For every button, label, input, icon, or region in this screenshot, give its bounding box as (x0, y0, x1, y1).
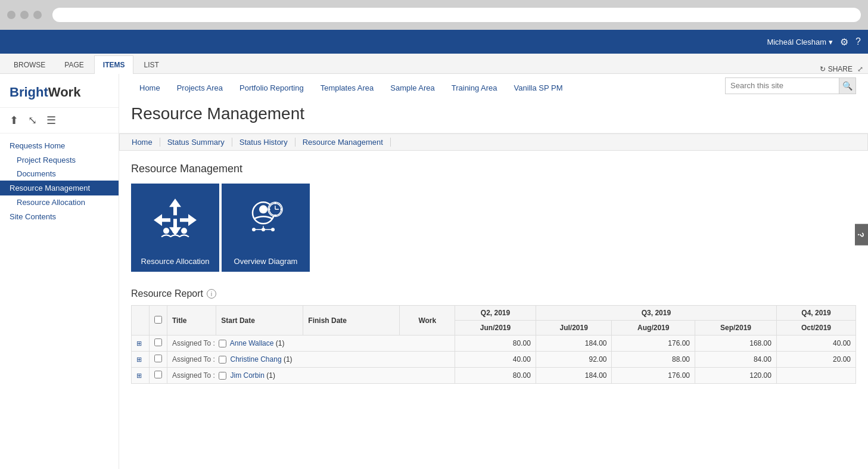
jim-aug: 176.00 (612, 368, 695, 384)
top-nav: Home Projects Area Portfolio Reporting T… (131, 74, 571, 97)
browser-address-bar[interactable] (52, 8, 861, 22)
expand-icon[interactable]: ⤢ (857, 65, 863, 73)
row-3-checkbox[interactable] (154, 371, 162, 378)
nav-training-area[interactable]: Training Area (443, 79, 506, 97)
nav-templates-area[interactable]: Templates Area (312, 79, 382, 97)
tab-list[interactable]: LIST (135, 55, 167, 73)
table-row: ⊞ Assigned To : Christine Chang (1) 40.0… (132, 352, 856, 368)
tab-items[interactable]: ITEMS (94, 55, 134, 74)
christine-jul: 92.00 (536, 352, 612, 368)
browser-chrome (0, 0, 868, 30)
username-label: Micheál Clesham (767, 38, 826, 46)
anne-jul: 184.00 (536, 336, 612, 352)
sidebar-tools: ⬆ ⤡ ☰ (0, 108, 119, 133)
upload-icon[interactable]: ⬆ (10, 114, 18, 127)
select-all-checkbox[interactable] (154, 316, 162, 324)
app-wrapper: Micheál Clesham ▾ ⚙ ? BROWSE PAGE ITEMS … (0, 30, 868, 469)
anne-wallace-link[interactable]: Anne Wallace (230, 339, 274, 347)
anne-sep: 168.00 (695, 336, 777, 352)
nav-vanilla-sp-pm[interactable]: Vanilla SP PM (506, 79, 571, 97)
row-checkbox-3 (150, 368, 167, 384)
anne-aug: 176.00 (612, 336, 695, 352)
row-expand-1[interactable]: ⊞ (132, 336, 150, 352)
nav-sample-area[interactable]: Sample Area (382, 79, 443, 97)
help-tab[interactable]: ? (855, 223, 868, 246)
breadcrumb-status-history[interactable]: Status History (232, 138, 295, 147)
row-expand-3[interactable]: ⊞ (132, 368, 150, 384)
christine-oct: 20.00 (776, 352, 855, 368)
page-header: Home Projects Area Portfolio Reporting T… (119, 74, 868, 133)
resource-allocation-icon (151, 196, 199, 244)
row-2-assigned: Assigned To : Christine Chang (1) (167, 352, 455, 368)
row-checkbox-1 (150, 336, 167, 352)
svg-point-6 (181, 228, 187, 234)
tile-overview-diagram[interactable]: Overview Diagram (222, 184, 310, 272)
christine-count: (1) (284, 355, 293, 364)
tab-browse[interactable]: BROWSE (5, 55, 54, 73)
col-finish-date: Finish Date (303, 306, 400, 336)
share-button[interactable]: ↻ SHARE (820, 65, 853, 73)
sidebar-item-project-requests[interactable]: Project Requests (0, 153, 119, 167)
row-1-assigned: Assigned To : Anne Wallace (1) (167, 336, 455, 352)
tile-resource-allocation[interactable]: Resource Allocation (131, 184, 219, 272)
report-info-icon[interactable]: i (207, 289, 216, 299)
list-icon[interactable]: ☰ (46, 114, 56, 127)
jim-jun: 80.00 (455, 368, 536, 384)
row-1-checkbox[interactable] (154, 338, 162, 346)
svg-point-20 (271, 228, 275, 231)
logo-bright: Bright (10, 85, 48, 100)
anne-checkbox[interactable] (219, 340, 226, 347)
col-oct2019: Oct/2019 (776, 321, 855, 336)
resource-table: Title Start Date Finish Date Work Q2, 20… (131, 305, 856, 384)
col-work: Work (400, 306, 455, 336)
sidebar-item-resource-allocation[interactable]: Resource Allocation (0, 195, 119, 209)
christine-chang-link[interactable]: Christine Chang (231, 355, 282, 364)
jim-corbin-link[interactable]: Jim Corbin (231, 371, 265, 380)
col-jun2019: Jun/2019 (455, 321, 536, 336)
tab-page[interactable]: PAGE (55, 55, 92, 73)
row-expand-2[interactable]: ⊞ (132, 352, 150, 368)
svg-point-18 (252, 228, 256, 231)
nav-projects-area[interactable]: Projects Area (169, 79, 231, 97)
svg-marker-1 (154, 214, 170, 226)
user-chevron-icon: ▾ (829, 38, 833, 46)
row-2-checkbox[interactable] (154, 355, 162, 362)
jim-sep: 120.00 (695, 368, 777, 384)
tile-resource-allocation-label: Resource Allocation (141, 257, 210, 266)
sidebar: BrightWork ⬆ ⤡ ☰ Requests Home Project R… (0, 74, 119, 469)
browser-dot-1 (7, 11, 15, 19)
svg-marker-0 (169, 198, 181, 215)
move-icon[interactable]: ⤡ (28, 114, 37, 127)
help-icon[interactable]: ? (855, 36, 861, 47)
nav-portfolio-reporting[interactable]: Portfolio Reporting (231, 79, 312, 97)
breadcrumb: Home Status Summary Status History Resou… (119, 133, 868, 151)
jim-checkbox[interactable] (219, 372, 226, 380)
tile-overview-diagram-label: Overview Diagram (234, 257, 298, 266)
svg-point-8 (259, 205, 267, 213)
search-button[interactable]: 🔍 (839, 78, 855, 94)
anne-oct: 40.00 (776, 336, 855, 352)
nav-home[interactable]: Home (131, 79, 169, 97)
breadcrumb-status-summary[interactable]: Status Summary (160, 138, 232, 147)
content-body: Resource Management (119, 151, 868, 396)
svg-point-15 (275, 215, 276, 216)
search-box: 🔍 (725, 77, 856, 94)
logo-area: BrightWork (0, 74, 119, 108)
breadcrumb-home[interactable]: Home (132, 138, 160, 147)
sidebar-item-site-contents[interactable]: Site Contents (0, 209, 119, 224)
table-row: ⊞ Assigned To : Anne Wallace (1) 80.00 1… (132, 336, 856, 352)
resource-report-section: Resource Report i Title Start Date (131, 288, 856, 384)
sidebar-item-requests-home[interactable]: Requests Home (0, 138, 119, 153)
svg-point-14 (281, 209, 282, 210)
sidebar-item-documents[interactable]: Documents (0, 167, 119, 181)
christine-sep: 84.00 (695, 352, 777, 368)
logo: BrightWork (10, 85, 109, 100)
svg-point-4 (163, 228, 169, 234)
svg-point-13 (275, 203, 276, 204)
settings-icon[interactable]: ⚙ (840, 36, 848, 48)
sidebar-item-resource-management[interactable]: Resource Management (0, 181, 119, 195)
christine-checkbox[interactable] (219, 356, 226, 364)
user-menu[interactable]: Micheál Clesham ▾ (767, 38, 833, 46)
share-label: SHARE (828, 65, 853, 73)
search-input[interactable] (726, 81, 839, 90)
